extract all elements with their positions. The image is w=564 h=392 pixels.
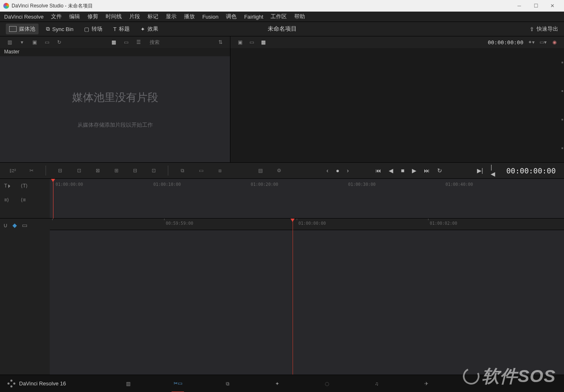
strip-view-icon[interactable]: ▭ bbox=[122, 39, 130, 45]
viewer-panel[interactable] bbox=[230, 48, 564, 162]
viewer-side-markers bbox=[562, 48, 564, 162]
deliver-page-button[interactable]: ✈ bbox=[420, 375, 433, 392]
color-page-button[interactable]: ◌ bbox=[321, 375, 333, 392]
menu-fairlight[interactable]: Fairlight bbox=[244, 14, 263, 20]
media-page-button[interactable]: ▥ bbox=[122, 375, 134, 392]
transitions-label: 转场 bbox=[92, 25, 102, 33]
search-input[interactable] bbox=[150, 39, 212, 45]
inspector-icon[interactable]: ⚙ bbox=[275, 166, 283, 175]
lower-playhead[interactable] bbox=[293, 219, 293, 376]
upper-playhead[interactable] bbox=[53, 179, 54, 218]
tools-dropdown-icon[interactable]: ▤ bbox=[256, 166, 265, 175]
marker-icon[interactable]: ◆ bbox=[12, 222, 17, 373]
smart-insert-icon[interactable]: ⊟ bbox=[56, 166, 65, 175]
next-clip-button[interactable]: ▶| bbox=[477, 167, 483, 174]
resolve-logo-icon bbox=[7, 380, 16, 388]
video-trim-icon[interactable]: ⟨≡ bbox=[21, 197, 29, 205]
fairlight-page-button[interactable]: ♫ bbox=[370, 375, 383, 392]
lower-timeline-tools: ∪ ◆ ▭ bbox=[0, 219, 50, 376]
media-pool-panel: Master 媒体池里没有片段 从媒体存储添加片段以开始工作 bbox=[0, 48, 230, 162]
menu-clip[interactable]: 片段 bbox=[129, 13, 140, 20]
upper-timeline: T⏵ ⟨T⟩ ≡⟩ ⟨≡ 01:00:00:00 01:00:10:00 01:… bbox=[0, 179, 564, 219]
sync-bin-button[interactable]: ⧉ Sync Bin bbox=[43, 24, 77, 34]
menu-file[interactable]: 文件 bbox=[51, 13, 62, 20]
app-label[interactable]: DaVinci Resolve 16 bbox=[0, 380, 73, 388]
thumbnail-view-icon[interactable]: ▦ bbox=[110, 39, 117, 45]
menu-timeline[interactable]: 时间线 bbox=[106, 13, 122, 20]
zoom-icon[interactable]: ▭▾ bbox=[539, 39, 547, 45]
menu-fusion[interactable]: Fusion bbox=[202, 14, 218, 20]
sort-icon[interactable]: ⇅ bbox=[217, 39, 224, 45]
place-on-top-icon[interactable]: ⊟ bbox=[131, 166, 139, 175]
flag-icon[interactable]: ▭ bbox=[22, 222, 27, 373]
menu-workspace[interactable]: 工作区 bbox=[271, 13, 287, 20]
upper-timeline-tools: T⏵ ⟨T⟩ ≡⟩ ⟨≡ bbox=[0, 179, 50, 218]
quick-export-button[interactable]: ⇧ 快速导出 bbox=[530, 25, 558, 33]
cut-page-button[interactable]: ✂▭ bbox=[172, 375, 184, 392]
smooth-cut-icon[interactable]: ⧈ bbox=[215, 166, 224, 175]
menu-mark[interactable]: 标记 bbox=[148, 13, 158, 20]
loop-button[interactable]: ↻ bbox=[437, 167, 442, 174]
close-up-icon[interactable]: ⊞ bbox=[112, 166, 121, 175]
effects-button[interactable]: ✦ 效果 bbox=[137, 24, 162, 34]
go-end-button[interactable]: ⏭ bbox=[424, 167, 430, 174]
close-button[interactable]: ✕ bbox=[544, 0, 561, 12]
menu-color[interactable]: 调色 bbox=[226, 13, 237, 20]
next-edit-button[interactable]: › bbox=[347, 167, 349, 174]
dropdown-icon[interactable]: ▾ bbox=[18, 39, 26, 45]
audio-trim-icon[interactable]: ≡⟩ bbox=[4, 197, 12, 205]
master-bin-header[interactable]: Master bbox=[0, 48, 230, 56]
append-icon[interactable]: ⊡ bbox=[75, 166, 83, 175]
refresh-icon[interactable]: ↻ bbox=[56, 39, 63, 45]
ripple-overwrite-icon[interactable]: ⊠ bbox=[93, 166, 102, 175]
dissolve-icon[interactable]: ⧉ bbox=[178, 166, 187, 175]
source-overwrite-icon[interactable]: ⊡ bbox=[149, 166, 158, 175]
menu-help[interactable]: 帮助 bbox=[294, 13, 305, 20]
record-button[interactable]: ● bbox=[336, 167, 339, 174]
new-bin-icon[interactable]: ▭ bbox=[43, 39, 51, 45]
lower-timeline-body[interactable]: 00:59:59:00 01:00:00:00 01:00:02:00 bbox=[50, 219, 564, 376]
safe-area-icon[interactable]: ▣ bbox=[236, 39, 244, 45]
sync-bin-icon: ⧉ bbox=[46, 26, 50, 32]
titles-label: 标题 bbox=[119, 25, 130, 33]
minimize-button[interactable]: ─ bbox=[511, 0, 528, 12]
menu-davinci[interactable]: DaVinci Resolve bbox=[4, 14, 44, 20]
sync-bin-label: Sync Bin bbox=[52, 26, 73, 32]
full-view-icon[interactable]: ▦ bbox=[259, 39, 267, 45]
free-tracks-icon[interactable]: ⟨T⟩ bbox=[21, 183, 29, 191]
lock-tracks-icon[interactable]: T⏵ bbox=[4, 183, 12, 191]
app-logo-icon bbox=[3, 3, 9, 9]
prev-clip-button[interactable]: |◀ bbox=[491, 164, 496, 177]
reverse-play-button[interactable]: ◀ bbox=[389, 167, 393, 174]
media-pool-button[interactable]: 媒体池 bbox=[6, 24, 39, 34]
stop-button[interactable]: ■ bbox=[401, 167, 404, 174]
list-view-icon[interactable]: ☰ bbox=[135, 39, 142, 45]
menu-trim[interactable]: 修剪 bbox=[87, 13, 98, 20]
tools-icon[interactable]: ✦▾ bbox=[528, 39, 535, 45]
go-start-button[interactable]: ⏮ bbox=[375, 167, 381, 174]
fusion-page-button[interactable]: ✦ bbox=[271, 375, 283, 392]
maximize-button[interactable]: ☐ bbox=[528, 0, 544, 12]
color-wheel-icon[interactable]: ◉ bbox=[551, 39, 558, 45]
media-pool-controls: ▥ ▾ ▣ ▭ ↻ ▦ ▭ ☰ ⇅ bbox=[0, 36, 230, 48]
snap-icon[interactable]: ∪ bbox=[3, 222, 7, 373]
project-suffix: 未命名项目 bbox=[68, 3, 93, 9]
timeline-timecode[interactable]: 00:00:00:00 bbox=[506, 166, 556, 175]
upper-ruler[interactable]: 01:00:00:00 01:00:10:00 01:00:20:00 01:0… bbox=[50, 179, 564, 218]
play-button[interactable]: ▶ bbox=[412, 167, 416, 174]
menu-playback[interactable]: 播放 bbox=[184, 13, 195, 20]
menu-view[interactable]: 显示 bbox=[166, 13, 177, 20]
prev-edit-button[interactable]: ‹ bbox=[327, 167, 329, 174]
cut-icon[interactable]: ▭ bbox=[197, 166, 206, 175]
lower-ruler[interactable]: 00:59:59:00 01:00:00:00 01:00:02:00 bbox=[50, 219, 564, 230]
edit-page-button[interactable]: ⧉ bbox=[221, 375, 234, 392]
import-icon[interactable]: ▣ bbox=[31, 39, 38, 45]
split-clip-icon[interactable]: ✂ bbox=[27, 166, 36, 175]
menu-edit[interactable]: 编辑 bbox=[69, 13, 80, 20]
boring-detector-icon[interactable]: ⫿z² bbox=[8, 166, 17, 175]
transitions-button[interactable]: ▢ 转场 bbox=[81, 24, 106, 34]
bin-list-icon[interactable]: ▥ bbox=[6, 39, 13, 45]
ruler2-tick: 00:59:59:00 bbox=[166, 221, 193, 226]
titles-button[interactable]: T 标题 bbox=[110, 24, 133, 34]
cinema-viewer-icon[interactable]: ▭ bbox=[248, 39, 255, 45]
